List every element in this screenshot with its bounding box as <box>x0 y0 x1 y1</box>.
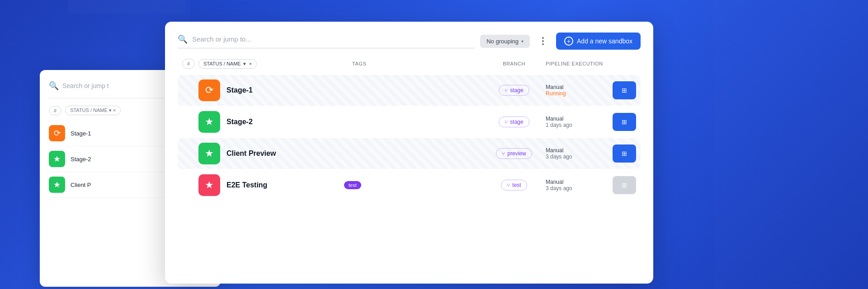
col-tags: TAGS <box>352 61 482 66</box>
back-panel-hash-chip: # <box>49 106 61 115</box>
chevron-down-icon: ▾ <box>521 39 524 44</box>
pipeline-time-1: Running <box>546 90 566 97</box>
pipeline-button-2[interactable]: ⊞ <box>613 113 636 131</box>
sandbox-list: ⟳ Stage-1 ⑂ stage Manual Running ⊞ <box>178 75 641 200</box>
branch-name-3: preview <box>507 150 526 157</box>
tag-badge-test: test <box>344 181 361 189</box>
table-row: ⟳ Stage-1 ⑂ stage Manual Running ⊞ <box>178 75 641 106</box>
sandbox-pipeline-2: Manual 1 days ago ⊞ <box>546 113 636 131</box>
no-grouping-label: No grouping <box>486 38 519 45</box>
sandbox-tags-4: test <box>344 181 482 189</box>
sandbox-icon-3: ★ <box>198 143 220 164</box>
hash-chip: # <box>182 59 195 69</box>
back-panel-status-chip: STATUS / NAME ▾ × <box>65 106 121 115</box>
sandbox-pipeline-4: Manual 3 days ago ⊞ <box>546 176 636 194</box>
branch-name-4: test <box>512 182 521 188</box>
pipeline-button-3[interactable]: ⊞ <box>613 144 636 163</box>
column-headers: # STATUS / NAME ▾ × TAGS BRANCH PIPELINE… <box>178 59 641 73</box>
pipeline-label: PIPELINE EXECUTION <box>546 61 603 66</box>
branch-name-2: stage <box>510 119 523 125</box>
branch-icon-3: ⑂ <box>502 151 505 156</box>
sandbox-icon-1: ⟳ <box>198 79 220 101</box>
back-panel-icon-2: ★ <box>49 151 65 167</box>
table-row: ★ Client Preview ⑂ preview Manual 3 days… <box>178 138 641 169</box>
bg-shape-2 <box>714 0 868 289</box>
sandbox-pipeline-3: Manual 3 days ago ⊞ <box>546 144 636 163</box>
table-row: ★ E2E Testing test ⑂ test Manual 3 days … <box>178 170 641 200</box>
back-panel-name-2: Stage-2 <box>71 156 91 163</box>
status-name-label: STATUS / NAME <box>203 61 241 66</box>
back-panel-search-text: Search or jump t <box>62 82 109 89</box>
col-pipeline: PIPELINE EXECUTION <box>546 61 636 66</box>
back-panel-search-icon: 🔍 <box>49 81 59 91</box>
col-status-name: STATUS / NAME ▾ × <box>198 59 352 69</box>
pipeline-btn-icon-3: ⊞ <box>622 150 627 157</box>
sandbox-branch-4: ⑂ test <box>482 180 546 191</box>
branch-name-1: stage <box>510 87 523 93</box>
search-icon: 🔍 <box>178 34 188 44</box>
sandbox-name-4: E2E Testing <box>226 181 344 189</box>
add-sandbox-button[interactable]: + Add a new sandbox <box>556 33 641 50</box>
branch-chip-1: ⑂ stage <box>499 85 529 96</box>
branch-icon-2: ⑂ <box>505 119 508 125</box>
branch-chip-4: ⑂ test <box>501 180 527 191</box>
back-panel-name-3: Client P <box>71 182 91 188</box>
pipeline-button-4[interactable]: ⊞ <box>613 176 636 194</box>
pipeline-time-3: 3 days ago <box>546 154 572 160</box>
col-branch: BRANCH <box>482 61 546 66</box>
back-panel-name-1: Stage-1 <box>71 130 91 137</box>
sandbox-branch-1: ⑂ stage <box>482 85 546 96</box>
status-name-chip[interactable]: STATUS / NAME ▾ × <box>198 59 257 69</box>
pipeline-time-4: 3 days ago <box>546 185 572 191</box>
pipeline-info-1: Manual Running <box>546 84 566 97</box>
sandbox-branch-3: ⑂ preview <box>482 148 546 159</box>
branch-chip-2: ⑂ stage <box>499 117 529 127</box>
three-dots-icon <box>542 37 544 45</box>
no-grouping-button[interactable]: No grouping ▾ <box>480 35 530 48</box>
pipeline-time-2: 1 days ago <box>546 122 572 128</box>
pipeline-trigger-1: Manual <box>546 84 566 90</box>
table-row: ★ Stage-2 ⑂ stage Manual 1 days ago ⊞ <box>178 107 641 137</box>
tags-label: TAGS <box>352 61 366 66</box>
search-input-placeholder: Search or jump to... <box>192 35 251 43</box>
sandbox-name-3: Client Preview <box>226 149 344 158</box>
sandbox-name-1: Stage-1 <box>226 86 344 94</box>
sandbox-branch-2: ⑂ stage <box>482 117 546 127</box>
pipeline-trigger-2: Manual <box>546 116 572 122</box>
sandbox-icon-2: ★ <box>198 111 220 133</box>
main-panel: 🔍 Search or jump to... No grouping ▾ + A… <box>165 22 653 284</box>
bg-shape-top <box>68 0 185 14</box>
pipeline-button-1[interactable]: ⊞ <box>613 81 636 99</box>
branch-icon-4: ⑂ <box>507 182 510 188</box>
plus-circle-icon: + <box>564 37 573 46</box>
sandbox-pipeline-1: Manual Running ⊞ <box>546 81 636 99</box>
search-bar[interactable]: 🔍 Search or jump to... <box>178 34 475 48</box>
pipeline-btn-icon-1: ⊞ <box>622 87 627 94</box>
close-icon[interactable]: × <box>249 61 252 66</box>
pipeline-trigger-3: Manual <box>546 147 572 154</box>
pipeline-trigger-4: Manual <box>546 179 572 185</box>
sandbox-name-2: Stage-2 <box>226 118 344 126</box>
pipeline-btn-icon-2: ⊞ <box>622 118 627 126</box>
pipeline-info-3: Manual 3 days ago <box>546 147 572 160</box>
branch-icon: ⑂ <box>505 88 508 93</box>
col-hash: # <box>182 59 198 69</box>
pipeline-info-4: Manual 3 days ago <box>546 179 572 191</box>
toolbar: 🔍 Search or jump to... No grouping ▾ + A… <box>178 33 641 50</box>
pipeline-btn-icon-4: ⊞ <box>622 182 627 189</box>
add-sandbox-label: Add a new sandbox <box>577 37 632 45</box>
back-panel-icon-3: ★ <box>49 177 65 193</box>
back-panel-icon-1: ⟳ <box>49 125 65 141</box>
sandbox-icon-4: ★ <box>198 174 220 196</box>
pipeline-info-2: Manual 1 days ago <box>546 116 572 128</box>
more-options-button[interactable] <box>535 33 551 49</box>
branch-label: BRANCH <box>503 61 525 66</box>
branch-chip-3: ⑂ preview <box>496 148 532 159</box>
chevron-icon: ▾ <box>243 61 246 67</box>
